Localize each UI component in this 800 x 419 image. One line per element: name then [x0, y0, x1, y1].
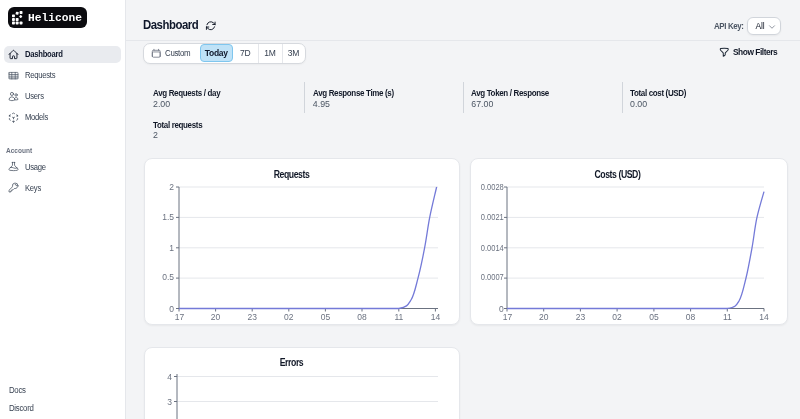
svg-text:2: 2 — [169, 182, 174, 192]
svg-text:20: 20 — [211, 312, 221, 322]
svg-text:0.5: 0.5 — [162, 272, 174, 282]
svg-text:4: 4 — [167, 372, 172, 382]
svg-text:23: 23 — [576, 312, 586, 322]
svg-text:0.0007: 0.0007 — [481, 272, 504, 282]
svg-text:08: 08 — [357, 312, 367, 322]
svg-text:11: 11 — [723, 312, 732, 322]
svg-text:02: 02 — [284, 312, 294, 322]
svg-text:08: 08 — [686, 312, 696, 322]
svg-text:14: 14 — [759, 312, 769, 322]
svg-text:05: 05 — [321, 312, 331, 322]
svg-text:1: 1 — [169, 243, 174, 253]
svg-text:20: 20 — [539, 312, 549, 322]
svg-text:0.0028: 0.0028 — [481, 182, 504, 192]
svg-text:0.0021: 0.0021 — [481, 212, 504, 222]
svg-text:3: 3 — [167, 397, 172, 407]
svg-text:14: 14 — [431, 312, 441, 322]
svg-text:17: 17 — [503, 312, 513, 322]
svg-text:17: 17 — [175, 312, 185, 322]
svg-text:1.5: 1.5 — [162, 212, 174, 222]
svg-text:05: 05 — [649, 312, 659, 322]
svg-text:02: 02 — [612, 312, 622, 322]
svg-text:0.0014: 0.0014 — [481, 243, 504, 253]
svg-text:0: 0 — [169, 304, 174, 314]
svg-text:23: 23 — [247, 312, 257, 322]
svg-text:11: 11 — [394, 312, 403, 322]
